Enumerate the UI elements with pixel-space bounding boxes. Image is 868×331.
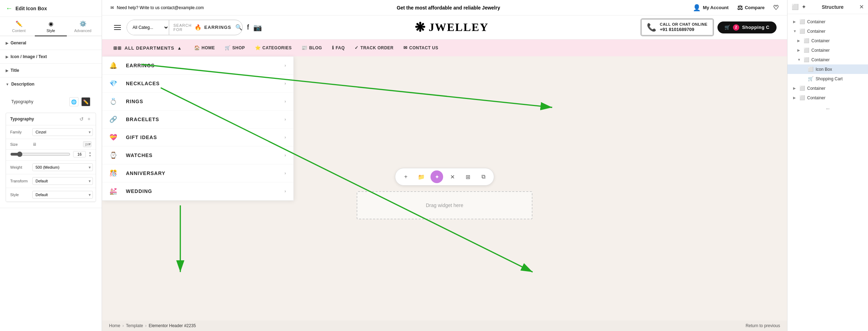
tree-label-3: Container [811,38,830,43]
transform-select[interactable]: Default [32,177,93,185]
family-select[interactable]: Cinzel [32,128,93,136]
structure-panel: ⬜ ✦ Structure ✕ ▶ ⬜ Container ▼ ⬜ Contai… [787,0,868,331]
tree-toggle-5: ▼ [797,58,802,62]
return-to-previous[interactable]: Return to previous [746,323,780,328]
monitor-icon: 🖥 [32,142,37,147]
tree-more-options[interactable]: ... [787,102,868,113]
nav-item-shop[interactable]: 🛒 Shop [220,39,250,56]
nav-links-list: 🏠 Home 🛒 Shop ⭐ Categories [189,39,443,56]
nav-link-categories[interactable]: ⭐ Categories [250,39,297,56]
tree-label-5: Container [811,57,830,62]
wedding-icon: 💒 [109,187,117,195]
structure-tree: ▶ ⬜ Container ▼ ⬜ Container ▶ ⬜ Containe… [787,14,868,331]
section-title-header[interactable]: ▶ Title [0,64,102,77]
facebook-icon[interactable]: f [247,23,249,32]
nav-item-home[interactable]: 🏠 Home [189,39,220,56]
watches-label: Watches [126,152,153,158]
search-button[interactable]: 🔍 [235,24,242,31]
tree-container-4[interactable]: ▶ ⬜ Container [787,45,868,55]
section-description-header[interactable]: ▼ Description [0,77,102,91]
size-value-input[interactable]: 16 [73,151,86,157]
tree-container-3[interactable]: ▶ ⬜ Container [787,36,868,45]
breadcrumb-home[interactable]: Home [109,323,120,328]
tree-container-2[interactable]: ▼ ⬜ Container [787,26,868,36]
widget-toolbar: + 📁 ✦ ✕ ⊞ ⧉ [395,168,494,186]
edit-typography-button[interactable]: ✏️ [81,97,90,106]
arrow-down-icon[interactable]: ▼ [89,155,91,157]
add-icon[interactable]: ＋ [87,116,91,122]
tree-shopping-cart[interactable]: 🛒 Shopping Cart [787,74,868,83]
nav-item-track[interactable]: ✓ Track Order [350,39,398,56]
nav-item-blog[interactable]: 📰 Blog [296,39,327,56]
instagram-icon[interactable]: 📷 [253,23,262,32]
close-structure-icon[interactable]: ✕ [859,4,864,10]
dropdown-item-wedding[interactable]: 💒 Wedding › [102,182,293,200]
nav-link-blog[interactable]: 📰 Blog [296,39,327,56]
section-title-label: Title [11,68,19,73]
track-icon: ✓ [355,39,359,56]
heart-icon: ♡ [773,4,779,12]
anniversary-label: Anniversary [126,170,165,176]
size-unit[interactable]: px [83,141,92,147]
nav-item-contact[interactable]: ✉ Contact Us [398,39,443,56]
cart-icon: 🛒 [725,25,730,30]
nav-link-home[interactable]: 🏠 Home [189,39,220,56]
cart-button[interactable]: 🛒 2 Shopping C [717,21,777,33]
tab-content[interactable]: ✏️ Content [3,17,35,36]
compare-link[interactable]: ⚖ Compare [737,4,765,12]
tree-container-5[interactable]: ▼ ⬜ Container [787,55,868,64]
nav-link-shop[interactable]: 🛒 Shop [220,39,250,56]
tab-advanced[interactable]: ⚙️ Advanced [67,17,99,36]
folder-button[interactable]: 📁 [415,170,428,183]
weight-control: 500 (Medium) ▼ [32,163,91,171]
nav-link-faq[interactable]: ℹ FAQ [327,39,350,56]
style-select[interactable]: Default [32,191,93,199]
close-button[interactable]: ✕ [446,170,459,183]
dropdown-item-anniversary[interactable]: 🎊 Anniversary › [102,164,293,182]
blog-label: Blog [309,39,322,56]
globe-button[interactable]: 🌐 [69,97,78,106]
section-general-header[interactable]: ▶ General [0,36,102,50]
arrow-up-icon[interactable]: ▲ [89,151,91,154]
tree-iconbox[interactable]: ⬜ Icon Box [787,64,868,74]
copy-button[interactable]: ⧉ [477,170,490,183]
my-account-link[interactable]: 👤 My Account [693,4,728,12]
panel-header: ← Edit Icon Box [0,0,102,17]
dropdown-item-bracelets[interactable]: 🔗 Bracelets › [102,111,293,129]
dropdown-item-watches[interactable]: ⌚ Watches › [102,146,293,164]
wishlist-link[interactable]: ♡ [773,4,779,12]
dropdown-item-rings[interactable]: 💍 Rings › [102,93,293,111]
category-select[interactable]: All Categ... [127,20,169,35]
all-departments-btn[interactable]: ⊞⊞ All Departments ▲ [109,45,186,51]
tree-container-6[interactable]: ▶ ⬜ Container [787,83,868,93]
hamburger-menu[interactable] [113,24,122,31]
move-button[interactable]: ✦ [430,170,443,183]
nav-item-faq[interactable]: ℹ FAQ [327,39,350,56]
reset-icon[interactable]: ↺ [79,116,84,122]
weight-select[interactable]: 500 (Medium) [32,163,93,171]
dropdown-item-earrings[interactable]: 🔔 Earrings › [102,57,293,75]
drag-widget-text: Drag widget here [426,202,464,208]
site-logo[interactable]: ❋ JWELLEY [415,20,489,35]
nav-link-track[interactable]: ✓ Track Order [350,39,398,56]
nav-item-categories[interactable]: ⭐ Categories [250,39,297,56]
add-widget-button[interactable]: + [400,170,412,183]
tree-container-1[interactable]: ▶ ⬜ Container [787,17,868,26]
tree-toggle-7: ▶ [793,96,797,100]
rings-icon: 💍 [109,98,117,105]
grid-button[interactable]: ⊞ [461,170,474,183]
size-slider[interactable] [10,151,70,157]
section-icon-header[interactable]: ▶ Icon / Image / Text [0,50,102,63]
tree-label-7: Container [807,95,825,100]
search-keyword: EARRINGS [204,25,231,30]
tab-style[interactable]: ◉ Style [35,17,67,36]
tree-container-7[interactable]: ▶ ⬜ Container [787,93,868,102]
structure-sparkle-icon[interactable]: ✦ [802,4,806,10]
dropdown-item-necklaces[interactable]: 💎 Necklaces › [102,75,293,93]
structure-layout-icon[interactable]: ⬜ [792,4,799,10]
structure-header-icons: ⬜ ✦ [792,4,806,10]
contact-icon: ✉ [403,39,408,56]
nav-link-contact[interactable]: ✉ Contact Us [398,39,443,56]
breadcrumb-template[interactable]: Template [126,323,143,328]
dropdown-item-gift[interactable]: 💝 Gift Ideas › [102,129,293,146]
